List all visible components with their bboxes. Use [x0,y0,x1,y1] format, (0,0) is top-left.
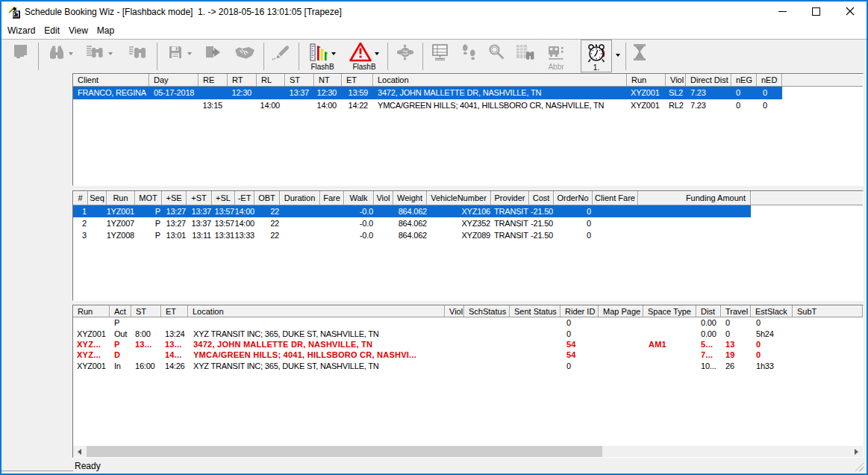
column-header-vehiclenumber[interactable]: VehicleNumber [427,191,491,205]
column-header-viol[interactable]: Viol [374,191,393,205]
column-header-run[interactable]: Run [627,74,666,86]
toolbar-button-warning-triangle-flashb[interactable]: FlashB [343,40,385,72]
column-header-run[interactable]: Run [107,191,135,205]
cell: 3 [73,229,88,241]
column-header-fare[interactable]: Fare [320,191,344,205]
column-header-st[interactable]: ST [285,74,314,86]
column-header--st[interactable]: +ST [187,191,212,205]
toolbar-button-bus-abbr[interactable]: Abbr [542,40,570,72]
column-header-viol[interactable]: Viol [445,305,464,317]
cell: 0 [561,317,599,328]
table-row[interactable]: P00.0000 [73,317,863,328]
toolbar-button-dropdown[interactable] [612,40,623,72]
column-header-provider[interactable]: Provider [491,191,529,205]
column-header-rider-id[interactable]: Rider ID [561,305,599,317]
column-header-seq[interactable]: Seq [88,191,107,205]
column-header-rt[interactable]: RT [228,74,257,86]
column-header-run[interactable]: Run [73,305,110,317]
column-header-obt[interactable]: OBT [255,191,280,205]
toolbar-button-magnifier[interactable] [482,40,511,72]
column-header-nt[interactable]: NT [314,74,342,86]
cell: 14:22 [342,99,373,112]
column-header-subt[interactable]: SubT [793,305,863,317]
column-header-cost[interactable]: Cost [529,191,554,205]
column-header-location[interactable]: Location [188,305,445,317]
menu-view[interactable]: View [69,25,88,36]
column-header-sent-status[interactable]: Sent Status [510,305,561,317]
column-header-mot[interactable]: MOT [135,191,162,205]
toolbar-button-binoculars-go[interactable] [122,40,154,72]
toolbar-button-pencil[interactable] [266,40,296,72]
scrollbar-thumb[interactable] [87,446,602,457]
scrollbar-track[interactable] [86,446,850,457]
column-header-funding-amount[interactable]: Funding Amount [638,191,751,205]
table-row[interactable]: 31YZ008P13:0113:1113:3113:3322-0.0864.06… [73,229,863,241]
column-header-schstatus[interactable]: SchStatus [464,305,510,317]
table-row[interactable]: 13:1514:0014:0014:22YMCA/GREEN HILLS; 40… [73,99,863,112]
cell [643,350,696,360]
toolbar-button-handshake[interactable] [228,40,261,72]
column-header-ned[interactable]: nED [757,74,782,86]
column-header-re[interactable]: RE [199,74,228,86]
toolbar-button-notes[interactable] [6,40,36,72]
cell [374,229,393,241]
table-row[interactable]: 11YZ001P13:2713:3713:5714:0022-0.0864.06… [73,205,863,217]
column-header-travel[interactable]: Travel [721,305,751,317]
column-header--[interactable]: # [73,191,88,205]
minimize-button[interactable] [766,1,799,22]
column-header--se[interactable]: +SE [162,191,187,205]
dropdown-arrow-icon [69,52,73,58]
resize-grip-icon[interactable] [854,462,864,471]
toolbar-button-knot[interactable] [390,40,420,72]
cell [88,217,107,229]
menu-edit[interactable]: Edit [44,25,60,36]
column-header-client-fare[interactable]: Client Fare [593,191,638,205]
table-row[interactable]: XYZ001Out8:0013:24XYZ TRANSIT INC; 365, … [73,328,863,338]
column-header-client[interactable]: Client [73,74,149,86]
table-row[interactable]: 21YZ007P13:2713:3713:5714:0022-0.0864.06… [73,217,863,229]
maximize-button[interactable] [799,1,833,22]
column-header-location[interactable]: Location [373,74,627,86]
toolbar-button-flashback-chart-flashb[interactable]: FlashB [302,40,343,72]
binoculars-go-icon [128,43,148,61]
table-row[interactable]: FRANCO, REGINA05-17-201812:3013:3712:301… [73,87,863,99]
toolbar-button-export[interactable] [199,40,228,72]
column-header--sl[interactable]: +SL [212,191,235,205]
cell [280,229,320,241]
column-header-st[interactable]: ST [131,305,161,317]
column-header--et[interactable]: -ET [235,191,255,205]
column-header-estslack[interactable]: EstSlack [751,305,793,317]
column-header-space-type[interactable]: Space Type [643,305,696,317]
column-header-map-page[interactable]: Map Page [599,305,643,317]
close-button[interactable] [833,1,867,22]
table-row[interactable]: XYZ...D14...YMCA/GREEN HILLS; 4041, HILL… [73,350,863,360]
toolbar-button-save[interactable] [160,40,199,72]
cell: 13:24 [161,328,188,338]
menu-wizard[interactable]: Wizard [7,25,35,36]
scroll-right-button[interactable] [850,446,863,457]
column-header-weight[interactable]: Weight [393,191,427,205]
table-row[interactable]: XYZ...P13...13...3472, JOHN MALLETTE DR,… [73,339,863,350]
toolbar-button-binoculars-list[interactable] [80,40,119,72]
toolbar-button-binoculars[interactable] [41,40,80,72]
toolbar-button-footprints[interactable] [455,40,482,72]
column-header-rl[interactable]: RL [257,74,285,86]
column-header-dist[interactable]: Dist [696,305,721,317]
column-header-walk[interactable]: Walk [344,191,374,205]
toolbar-button-alarm-clock-1[interactable]: 1. [581,40,612,72]
column-header-duration[interactable]: Duration [280,191,320,205]
toolbar-button-hourglass[interactable] [628,40,651,72]
column-header-neg[interactable]: nEG [731,74,757,86]
scroll-left-button[interactable] [73,446,86,457]
column-header-day[interactable]: Day [149,74,199,86]
column-header-viol[interactable]: Viol [666,74,686,86]
column-header-et[interactable]: ET [342,74,373,86]
column-header-direct-dist[interactable]: Direct Dist [686,74,731,86]
menu-map[interactable]: Map [97,25,114,36]
table-row[interactable]: XYZ001In16:0014:26XYZ TRANSIT INC; 365, … [73,361,863,371]
toolbar-button-table-search[interactable] [511,40,540,72]
column-header-orderno[interactable]: OrderNo [554,191,593,205]
column-header-act[interactable]: Act [110,305,131,317]
toolbar-button-monitor-grid[interactable] [425,40,455,72]
column-header-et[interactable]: ET [161,305,188,317]
